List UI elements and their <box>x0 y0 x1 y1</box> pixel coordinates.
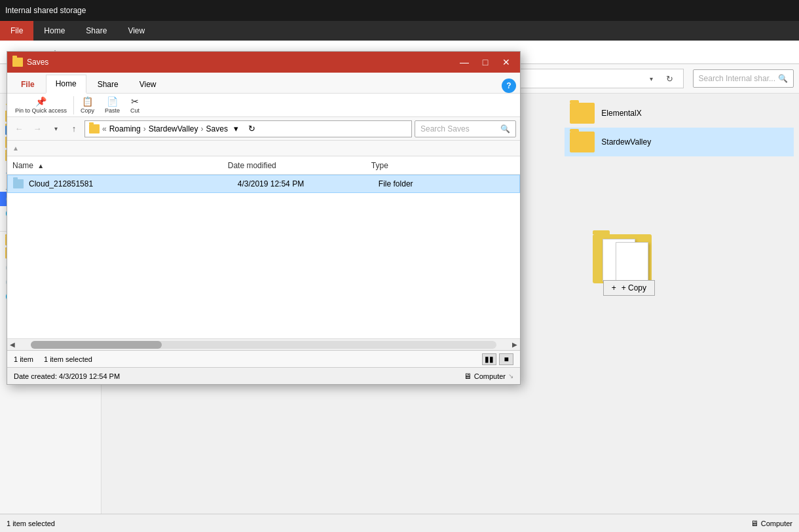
bg-tab-view[interactable]: View <box>117 21 155 41</box>
bg-bottom-computer-icon: 🖥 <box>751 519 758 528</box>
bg-bottom-selected: 1 item selected <box>7 520 55 527</box>
saves-table-body: Cloud_212851581 4/3/2019 12:54 PM File f… <box>7 175 520 338</box>
file-type: File folder <box>379 179 514 188</box>
saves-computer-label: Computer <box>474 372 506 380</box>
saves-help-button[interactable]: ? <box>502 79 516 93</box>
col-header-name[interactable]: Name ▲ <box>12 161 228 170</box>
copy-tooltip: + + Copy <box>583 229 661 301</box>
saves-close-button[interactable]: ✕ <box>498 56 515 69</box>
scroll-left-arrow[interactable]: ◀ <box>7 340 18 350</box>
pin-icon: 📌 <box>35 96 46 107</box>
scroll-right-arrow[interactable]: ▶ <box>510 340 520 350</box>
elementalx-folder-icon <box>570 103 595 124</box>
copy-ribbon-label: Copy <box>81 107 94 114</box>
paste-button[interactable]: 📄 Paste <box>101 95 124 115</box>
bg-bottom-computer-label: Computer <box>761 520 792 527</box>
stardew-folder-icon <box>570 132 595 152</box>
saves-crumb-stardewvalley: StardewValley <box>149 124 198 133</box>
bg-folder-elementalx-label: ElementalX <box>601 109 641 118</box>
copy-ribbon-button[interactable]: 📋 Copy <box>77 95 98 115</box>
resize-handle[interactable]: ↘ <box>508 372 513 380</box>
saves-computer-icon: 🖥 <box>464 372 472 381</box>
saves-address-bar[interactable]: « Roaming › StardewValley › Saves ▾ ↻ <box>84 120 412 137</box>
folder-preview: + + Copy <box>583 229 661 301</box>
paste-label: Paste <box>105 107 120 114</box>
saves-horizontal-scrollbar[interactable] <box>31 341 496 349</box>
saves-tab-file[interactable]: File <box>11 75 45 93</box>
bg-search-input: Search Internal shar... <box>699 74 775 83</box>
bg-bottom-status-bar: 1 item selected 🖥 Computer <box>0 514 799 532</box>
bg-tab-file[interactable]: File <box>0 21 33 41</box>
bg-addr-refresh[interactable]: ↻ <box>662 71 678 86</box>
cut-button[interactable]: ✂ Cut <box>126 95 143 115</box>
bg-search-bar[interactable]: Search Internal shar... 🔍 <box>693 69 794 88</box>
saves-recent-button[interactable]: ▾ <box>48 121 64 137</box>
saves-view-details-button[interactable]: ▮▮ <box>482 353 496 365</box>
bg-title-bar: Internal shared storage <box>0 0 799 21</box>
saves-crumb-saves: Saves <box>206 124 228 133</box>
saves-computer-status: 🖥 Computer ↘ <box>464 372 513 381</box>
saves-tab-view[interactable]: View <box>130 75 166 93</box>
table-row[interactable]: Cloud_212851581 4/3/2019 12:54 PM File f… <box>7 175 520 193</box>
bg-title-text: Internal shared storage <box>5 6 86 15</box>
saves-selected-count: 1 item selected <box>44 355 92 363</box>
saves-addr-icon <box>89 124 100 133</box>
col-header-date[interactable]: Date modified <box>228 161 371 170</box>
saves-search-bar[interactable]: Search Saves 🔍 <box>415 120 516 137</box>
bg-addr-dropdown[interactable]: ▾ <box>644 71 660 86</box>
ribbon-divider <box>73 96 74 115</box>
paste-icon: 📄 <box>107 96 118 107</box>
saves-title-text: Saves <box>27 58 452 67</box>
copy-ribbon-icon: 📋 <box>82 96 93 107</box>
saves-date-bar: Date created: 4/3/2019 12:54 PM 🖥 Comput… <box>7 367 520 384</box>
pin-label: Pin to Quick access <box>15 107 67 114</box>
saves-addr-dropdown[interactable]: ▾ <box>231 121 242 137</box>
saves-tab-share[interactable]: Share <box>88 75 128 93</box>
folder-preview-doc2 <box>616 242 648 285</box>
copy-label: + Copy <box>622 283 646 293</box>
saves-items-count: 1 item <box>14 355 33 363</box>
copy-button[interactable]: + + Copy <box>603 280 655 296</box>
saves-search-placeholder: Search Saves <box>420 124 470 133</box>
pin-button[interactable]: 📌 Pin to Quick access <box>11 95 71 115</box>
saves-maximize-button[interactable]: □ <box>477 56 494 69</box>
bg-tab-home[interactable]: Home <box>33 21 75 41</box>
bg-folder-stardewvalley-label: StardewValley <box>601 137 651 147</box>
cut-icon: ✂ <box>131 96 139 107</box>
saves-view-buttons: ▮▮ ■ <box>482 353 513 365</box>
file-name: Cloud_212851581 <box>29 179 232 188</box>
saves-ribbon: 📌 Pin to Quick access 📋 Copy 📄 Paste ✂ C… <box>7 94 520 117</box>
bg-bottom-computer: 🖥 Computer <box>751 519 792 528</box>
bg-tab-share[interactable]: Share <box>75 21 117 41</box>
plus-icon: + <box>612 283 616 293</box>
file-row-icon <box>13 179 24 188</box>
saves-file-area: ▲ Name ▲ Date modified Type Cloud_212851… <box>7 141 520 384</box>
bg-folder-elementalx[interactable]: ElementalX <box>565 99 794 128</box>
saves-crumb-roaming: Roaming <box>109 124 141 133</box>
col-name-label: Name <box>12 161 33 170</box>
sort-arrow: ▲ <box>37 162 44 169</box>
saves-scrollbar-area: ◀ ▶ <box>7 338 520 350</box>
saves-status-bar: 1 item 1 item selected ▮▮ ■ <box>7 350 520 367</box>
cut-label: Cut <box>130 107 139 114</box>
bg-folder-stardewvalley[interactable]: StardewValley <box>565 128 794 156</box>
bg-ribbon-tabs: File Home Share View <box>0 21 799 41</box>
saves-up-button[interactable]: ↑ <box>66 121 82 137</box>
saves-view-icons-button[interactable]: ■ <box>499 353 513 365</box>
saves-minimize-button[interactable]: — <box>456 56 473 69</box>
saves-nav: ← → ▾ ↑ « Roaming › StardewValley › Save… <box>7 117 520 141</box>
saves-addr-refresh[interactable]: ↻ <box>245 122 259 136</box>
saves-table-sort-row: ▲ <box>7 141 520 156</box>
saves-back-button[interactable]: ← <box>11 121 27 137</box>
sort-up-arrow: ▲ <box>12 145 19 152</box>
saves-title-bar: Saves — □ ✕ <box>7 52 520 73</box>
saves-title-folder-icon <box>12 58 23 67</box>
saves-ribbon-tabs: File Home Share View ? <box>7 73 520 94</box>
saves-tab-home[interactable]: Home <box>46 75 86 94</box>
col-type-label: Type <box>371 161 388 170</box>
bg-search-icon[interactable]: 🔍 <box>778 74 788 83</box>
col-header-type[interactable]: Type <box>371 161 515 170</box>
saves-forward-button[interactable]: → <box>29 121 45 137</box>
saves-table-header: Name ▲ Date modified Type <box>7 156 520 175</box>
saves-search-icon: 🔍 <box>500 124 510 133</box>
